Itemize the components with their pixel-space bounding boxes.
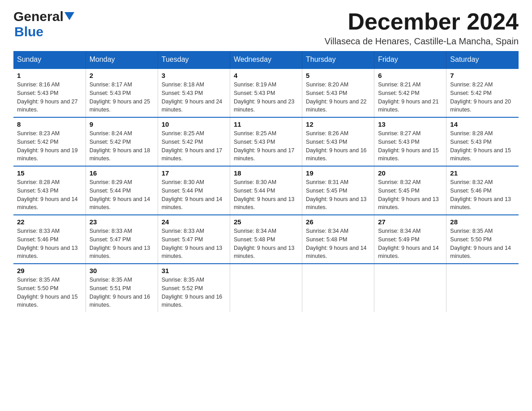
day-number: 13 <box>378 120 442 128</box>
calendar-cell: 4 Sunrise: 8:19 AMSunset: 5:43 PMDayligh… <box>230 68 302 117</box>
day-number: 24 <box>162 218 226 226</box>
day-number: 19 <box>306 169 370 177</box>
calendar-cell: 28 Sunrise: 8:35 AMSunset: 5:50 PMDaylig… <box>446 215 519 264</box>
day-number: 9 <box>90 120 154 128</box>
week-row-1: 1 Sunrise: 8:16 AMSunset: 5:43 PMDayligh… <box>13 68 519 117</box>
day-number: 2 <box>90 72 154 79</box>
day-info: Sunrise: 8:21 AMSunset: 5:42 PMDaylight:… <box>378 81 442 114</box>
header-row: SundayMondayTuesdayWednesdayThursdayFrid… <box>13 51 519 68</box>
day-number: 20 <box>378 169 442 177</box>
calendar-cell <box>446 264 519 312</box>
calendar-cell: 1 Sunrise: 8:16 AMSunset: 5:43 PMDayligh… <box>13 68 86 117</box>
day-number: 12 <box>306 120 370 128</box>
day-info: Sunrise: 8:25 AMSunset: 5:43 PMDaylight:… <box>234 129 298 163</box>
day-number: 17 <box>162 169 226 177</box>
calendar-cell: 29 Sunrise: 8:35 AMSunset: 5:50 PMDaylig… <box>13 264 86 312</box>
day-info: Sunrise: 8:27 AMSunset: 5:43 PMDaylight:… <box>378 129 442 163</box>
day-info: Sunrise: 8:31 AMSunset: 5:45 PMDaylight:… <box>306 178 370 212</box>
column-header-saturday: Saturday <box>446 51 519 68</box>
day-info: Sunrise: 8:25 AMSunset: 5:42 PMDaylight:… <box>162 129 226 163</box>
logo-blue: Blue <box>14 24 43 39</box>
week-row-4: 22 Sunrise: 8:33 AMSunset: 5:46 PMDaylig… <box>13 215 519 264</box>
day-info: Sunrise: 8:28 AMSunset: 5:43 PMDaylight:… <box>17 178 82 212</box>
day-number: 3 <box>162 72 226 79</box>
calendar-cell: 9 Sunrise: 8:24 AMSunset: 5:42 PMDayligh… <box>86 117 158 166</box>
day-info: Sunrise: 8:32 AMSunset: 5:46 PMDaylight:… <box>450 178 515 212</box>
week-row-5: 29 Sunrise: 8:35 AMSunset: 5:50 PMDaylig… <box>13 264 519 312</box>
day-info: Sunrise: 8:33 AMSunset: 5:46 PMDaylight:… <box>17 227 82 261</box>
day-info: Sunrise: 8:34 AMSunset: 5:49 PMDaylight:… <box>378 227 442 261</box>
day-number: 25 <box>234 218 298 226</box>
calendar-cell: 12 Sunrise: 8:26 AMSunset: 5:43 PMDaylig… <box>302 117 374 166</box>
day-info: Sunrise: 8:30 AMSunset: 5:44 PMDaylight:… <box>162 178 226 212</box>
calendar-cell: 7 Sunrise: 8:22 AMSunset: 5:42 PMDayligh… <box>446 68 519 117</box>
day-info: Sunrise: 8:23 AMSunset: 5:42 PMDaylight:… <box>17 129 82 163</box>
calendar-cell: 24 Sunrise: 8:33 AMSunset: 5:47 PMDaylig… <box>158 215 230 264</box>
week-row-3: 15 Sunrise: 8:28 AMSunset: 5:43 PMDaylig… <box>13 166 519 215</box>
calendar-header: SundayMondayTuesdayWednesdayThursdayFrid… <box>13 51 519 68</box>
column-header-wednesday: Wednesday <box>230 51 302 68</box>
day-number: 31 <box>162 267 226 274</box>
calendar-cell: 14 Sunrise: 8:28 AMSunset: 5:43 PMDaylig… <box>446 117 519 166</box>
day-number: 22 <box>17 218 82 226</box>
day-number: 10 <box>162 120 226 128</box>
day-info: Sunrise: 8:34 AMSunset: 5:48 PMDaylight:… <box>234 227 298 261</box>
day-info: Sunrise: 8:34 AMSunset: 5:48 PMDaylight:… <box>306 227 370 261</box>
month-title: December 2024 <box>325 9 519 34</box>
week-row-2: 8 Sunrise: 8:23 AMSunset: 5:42 PMDayligh… <box>13 117 519 166</box>
calendar-cell: 2 Sunrise: 8:17 AMSunset: 5:43 PMDayligh… <box>86 68 158 117</box>
day-info: Sunrise: 8:35 AMSunset: 5:50 PMDaylight:… <box>450 227 515 261</box>
day-number: 4 <box>234 72 298 79</box>
calendar-cell: 31 Sunrise: 8:35 AMSunset: 5:52 PMDaylig… <box>158 264 230 312</box>
day-number: 14 <box>450 120 515 128</box>
day-number: 28 <box>450 218 515 226</box>
calendar-cell: 21 Sunrise: 8:32 AMSunset: 5:46 PMDaylig… <box>446 166 519 215</box>
day-info: Sunrise: 8:30 AMSunset: 5:44 PMDaylight:… <box>234 178 298 212</box>
day-info: Sunrise: 8:33 AMSunset: 5:47 PMDaylight:… <box>162 227 226 261</box>
svg-marker-0 <box>64 12 74 20</box>
calendar-cell: 15 Sunrise: 8:28 AMSunset: 5:43 PMDaylig… <box>13 166 86 215</box>
day-number: 7 <box>450 72 515 79</box>
day-number: 6 <box>378 72 442 79</box>
calendar-cell: 18 Sunrise: 8:30 AMSunset: 5:44 PMDaylig… <box>230 166 302 215</box>
day-info: Sunrise: 8:19 AMSunset: 5:43 PMDaylight:… <box>234 81 298 114</box>
day-info: Sunrise: 8:28 AMSunset: 5:43 PMDaylight:… <box>450 129 515 163</box>
location-subtitle: Villaseca de Henares, Castille-La Mancha… <box>325 36 519 47</box>
day-info: Sunrise: 8:24 AMSunset: 5:42 PMDaylight:… <box>90 129 154 163</box>
day-number: 18 <box>234 169 298 177</box>
day-number: 15 <box>17 169 82 177</box>
day-info: Sunrise: 8:22 AMSunset: 5:42 PMDaylight:… <box>450 81 515 114</box>
day-info: Sunrise: 8:17 AMSunset: 5:43 PMDaylight:… <box>90 81 154 114</box>
day-number: 29 <box>17 267 82 274</box>
calendar-cell: 19 Sunrise: 8:31 AMSunset: 5:45 PMDaylig… <box>302 166 374 215</box>
column-header-tuesday: Tuesday <box>158 51 230 68</box>
logo-general: General <box>13 9 64 24</box>
day-info: Sunrise: 8:20 AMSunset: 5:43 PMDaylight:… <box>306 81 370 114</box>
calendar-cell: 10 Sunrise: 8:25 AMSunset: 5:42 PMDaylig… <box>158 117 230 166</box>
calendar-cell: 22 Sunrise: 8:33 AMSunset: 5:46 PMDaylig… <box>13 215 86 264</box>
day-number: 23 <box>90 218 154 226</box>
day-number: 21 <box>450 169 515 177</box>
calendar-cell: 27 Sunrise: 8:34 AMSunset: 5:49 PMDaylig… <box>374 215 446 264</box>
day-number: 1 <box>17 72 82 79</box>
day-number: 30 <box>90 267 154 274</box>
calendar-cell: 30 Sunrise: 8:35 AMSunset: 5:51 PMDaylig… <box>86 264 158 312</box>
title-section: December 2024 Villaseca de Henares, Cast… <box>325 9 519 47</box>
day-info: Sunrise: 8:32 AMSunset: 5:45 PMDaylight:… <box>378 178 442 212</box>
calendar-cell: 5 Sunrise: 8:20 AMSunset: 5:43 PMDayligh… <box>302 68 374 117</box>
calendar-cell <box>230 264 302 312</box>
calendar-cell: 26 Sunrise: 8:34 AMSunset: 5:48 PMDaylig… <box>302 215 374 264</box>
day-info: Sunrise: 8:18 AMSunset: 5:43 PMDaylight:… <box>162 81 226 114</box>
calendar-cell: 13 Sunrise: 8:27 AMSunset: 5:43 PMDaylig… <box>374 117 446 166</box>
page-header: General Blue December 2024 Villaseca de … <box>13 9 519 47</box>
calendar-table: SundayMondayTuesdayWednesdayThursdayFrid… <box>13 51 519 312</box>
calendar-cell: 8 Sunrise: 8:23 AMSunset: 5:42 PMDayligh… <box>13 117 86 166</box>
day-info: Sunrise: 8:29 AMSunset: 5:44 PMDaylight:… <box>90 178 154 212</box>
calendar-cell: 23 Sunrise: 8:33 AMSunset: 5:47 PMDaylig… <box>86 215 158 264</box>
column-header-thursday: Thursday <box>302 51 374 68</box>
day-number: 8 <box>17 120 82 128</box>
column-header-monday: Monday <box>86 51 158 68</box>
day-info: Sunrise: 8:16 AMSunset: 5:43 PMDaylight:… <box>17 81 82 114</box>
day-info: Sunrise: 8:35 AMSunset: 5:50 PMDaylight:… <box>17 276 82 309</box>
day-number: 5 <box>306 72 370 79</box>
